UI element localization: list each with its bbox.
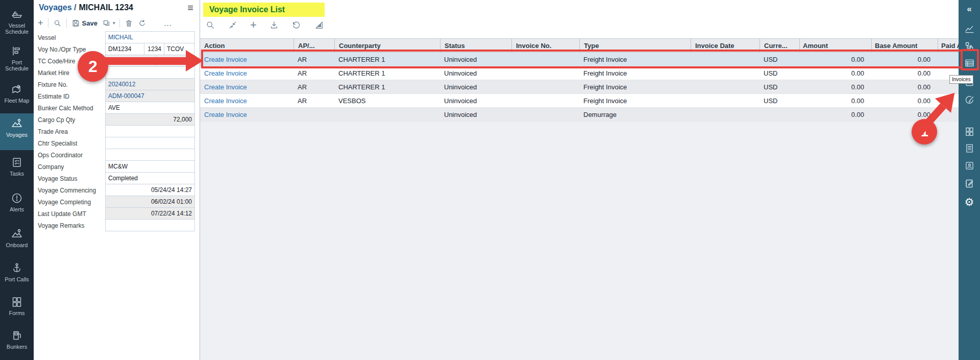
cell-status: Uninvoiced [440, 108, 511, 121]
cell-ap [293, 108, 334, 121]
sidebar-item-forms[interactable]: Forms [0, 292, 34, 316]
notebook-button[interactable] [959, 178, 980, 189]
undo-icon[interactable] [291, 20, 302, 30]
cell-currency [760, 108, 799, 121]
search-icon[interactable] [53, 19, 62, 28]
cell-amount: 0.00 [799, 108, 871, 121]
breadcrumb-voyages-link[interactable]: Voyages / [39, 3, 77, 12]
save-label: Save [82, 19, 97, 27]
anchor-icon [11, 262, 23, 274]
vessel-field[interactable]: MICHAIL [105, 31, 195, 43]
add-button[interactable]: + [38, 19, 43, 28]
documents-button[interactable] [959, 143, 980, 154]
field-label: Voyage Status [34, 173, 105, 184]
invoice-row-4[interactable]: Create Invoice AR VESBOS Uninvoiced Frei… [200, 94, 959, 108]
form-row-ops-coordinator: Ops Coordinator [34, 149, 200, 161]
sidebar-item-onboard[interactable]: Onboard [0, 224, 34, 248]
cell-status: Uninvoiced [440, 80, 511, 93]
field-label: Cargo Cp Qty [34, 114, 105, 126]
cell-currency: USD [760, 80, 799, 93]
create-invoice-link[interactable]: Create Invoice [200, 94, 293, 107]
collapse-sidebar-button[interactable]: « [959, 4, 980, 14]
sidebar-item-label: Voyages [6, 132, 28, 138]
invoice-row-3[interactable]: Create Invoice AR CHARTERER 1 Uninvoiced… [200, 80, 959, 94]
form-row-chtr-specialist: Chtr Specialist [34, 137, 200, 149]
menu-icon[interactable]: ≡ [187, 2, 193, 14]
trade-area-field[interactable] [105, 125, 195, 137]
sidebar-item-fleet-map[interactable]: Fleet Map [0, 79, 34, 104]
fixture-no-field[interactable]: 20240012 [105, 78, 195, 90]
field-label: Ops Coordinator [34, 149, 105, 161]
bunker-calc-field[interactable]: AVE [105, 102, 195, 114]
cargo-qty-field[interactable]: 72,000 [105, 113, 195, 126]
contact-card-icon [964, 160, 975, 171]
sidebar-item-bunkers[interactable]: Bunkers [0, 325, 34, 350]
schedule-chart-button[interactable] [959, 24, 980, 35]
sidebar-item-tasks[interactable]: Tasks [0, 152, 34, 177]
sidebar-item-label: Onboard [6, 242, 28, 248]
cell-type: Freight Invoice [579, 80, 691, 93]
toolbar-separator [119, 18, 120, 28]
add-row-button[interactable]: + [250, 20, 257, 30]
ship-icon [11, 8, 23, 20]
annotation-arrow-2 [100, 50, 203, 71]
breadcrumb: Voyages /MICHAIL 1234 [39, 3, 133, 12]
create-invoice-link[interactable]: Create Invoice [200, 80, 293, 93]
invoices-tooltip: Invoices [949, 75, 973, 84]
table-empty-area [200, 122, 959, 360]
voyage-completing-field[interactable]: 06/02/24 01:00 [105, 196, 195, 208]
form-row-trade-area: Trade Area [34, 126, 200, 137]
form-row-voyage-status: Voyage Status Completed [34, 173, 200, 184]
estimate-id-field[interactable]: ADM-000047 [105, 90, 195, 102]
form-row-company: Company MC&W [34, 161, 200, 173]
chart-icon [964, 24, 975, 35]
sidebar-item-label: Tasks [10, 171, 24, 177]
left-nav: Vessel Schedule Port Schedule Fleet Map … [0, 0, 34, 360]
sidebar-item-label: Alerts [10, 206, 24, 212]
sidebar-item-label: Vessel Schedule [0, 22, 34, 35]
copy-dropdown-button[interactable]: ▾ [102, 19, 115, 28]
voyage-commencing-field[interactable]: 05/24/24 14:27 [105, 184, 195, 196]
form-row-commencing: Voyage Commencing 05/24/24 14:27 [34, 184, 200, 196]
toolbar-separator [66, 18, 67, 28]
app-window: Vessel Schedule Port Schedule Fleet Map … [0, 0, 980, 360]
sidebar-item-vessel-schedule[interactable]: Vessel Schedule [0, 4, 34, 35]
delete-icon[interactable] [125, 19, 133, 28]
form-row-bunker-calc: Bunker Calc Method AVE [34, 102, 200, 114]
field-label: Voyage Completing [34, 196, 105, 208]
form-row-remarks: Voyage Remarks [34, 220, 200, 231]
sidebar-item-voyages[interactable]: Voyages [0, 113, 34, 150]
more-options-button[interactable]: … [163, 19, 172, 28]
invoice-row-2[interactable]: Create Invoice AR CHARTERER 1 Uninvoiced… [200, 66, 959, 80]
sidebar-item-port-calls[interactable]: Port Calls [0, 258, 34, 282]
search-icon[interactable] [205, 20, 215, 30]
form-row-cargo-qty: Cargo Cp Qty 72,000 [34, 114, 200, 126]
settings-button[interactable]: ⚙ [959, 196, 980, 208]
company-field[interactable]: MC&W [105, 160, 195, 173]
sidebar-item-alerts[interactable]: Alerts [0, 188, 34, 212]
voyage-remarks-field[interactable] [105, 219, 195, 231]
cell-base-amount: 0.00 [871, 80, 938, 93]
set-square-icon[interactable] [314, 20, 324, 30]
collapse-icon[interactable] [228, 20, 238, 30]
last-update-field[interactable]: 07/22/24 14:12 [105, 207, 195, 220]
forms-button[interactable] [959, 126, 980, 137]
cell-amount: 0.00 [799, 80, 871, 93]
voyage-status-field[interactable]: Completed [105, 172, 195, 184]
download-icon[interactable] [269, 20, 279, 30]
gear-icon: ⚙ [965, 196, 974, 208]
ops-coordinator-field[interactable] [105, 149, 195, 161]
cell-base-amount: 0.00 [871, 94, 938, 107]
chtr-specialist-field[interactable] [105, 137, 195, 149]
save-button[interactable]: Save [71, 19, 97, 28]
sidebar-item-label: Forms [9, 310, 24, 316]
checklist-icon [11, 156, 23, 169]
contacts-button[interactable] [959, 160, 980, 171]
form-row-estimate: Estimate ID ADM-000047 [34, 90, 200, 102]
annotation-icon-highlight-box [961, 49, 979, 70]
create-invoice-link[interactable]: Create Invoice [200, 108, 293, 121]
invoice-row-5[interactable]: Create Invoice Uninvoiced Demurrage 0.00… [200, 108, 959, 122]
sidebar-item-port-schedule[interactable]: Port Schedule [0, 41, 34, 71]
form-row-completing: Voyage Completing 06/02/24 01:00 [34, 196, 200, 208]
refresh-icon[interactable] [138, 19, 146, 28]
